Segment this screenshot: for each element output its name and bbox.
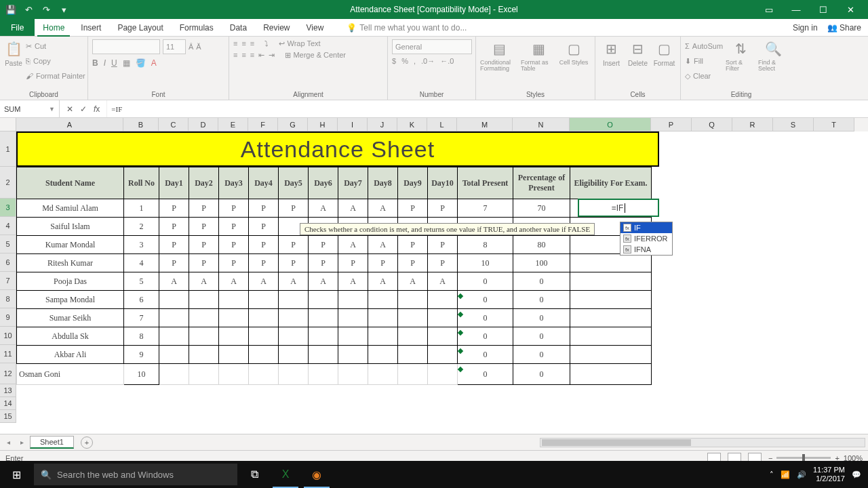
col-header-m[interactable]: M [457, 118, 513, 131]
tab-nav-next-icon[interactable]: ▸ [16, 439, 27, 446]
cell[interactable]: 2 [124, 218, 159, 236]
cell[interactable] [249, 291, 279, 309]
tab-review[interactable]: Review [255, 19, 298, 36]
tab-data[interactable]: Data [222, 19, 255, 36]
tab-insert[interactable]: Insert [73, 19, 109, 36]
cell[interactable]: 7 [124, 309, 159, 327]
autosum-button[interactable]: Σ AutoSum [685, 39, 723, 53]
cell[interactable]: P [189, 199, 219, 218]
cell[interactable]: Sumar Seikh [17, 309, 124, 327]
cell[interactable]: A [368, 199, 398, 218]
cell[interactable] [570, 327, 652, 346]
cell[interactable] [279, 309, 309, 327]
col-header-k[interactable]: K [397, 118, 427, 131]
autocomplete-item[interactable]: fxIFNA [620, 244, 672, 255]
row-header-8[interactable]: 8 [0, 290, 16, 308]
align-bot-icon[interactable]: ≡ [250, 39, 254, 48]
col-header-n[interactable]: N [513, 118, 570, 131]
cell[interactable] [219, 291, 249, 309]
cell[interactable]: 8 [124, 327, 159, 346]
cell[interactable]: 0 [513, 309, 570, 327]
cell[interactable] [428, 327, 458, 346]
tray-chevron-icon[interactable]: ˄ [770, 470, 774, 479]
inc-decimal-icon[interactable]: .0→ [421, 57, 435, 65]
cell[interactable] [189, 346, 219, 364]
minimize-icon[interactable]: ― [783, 0, 810, 19]
fill-color-button[interactable]: 🪣 [136, 58, 146, 68]
start-button[interactable]: ⊞ [0, 461, 33, 488]
taskbar-app-icon[interactable]: ◉ [301, 461, 332, 488]
cell[interactable] [368, 364, 398, 385]
cell[interactable]: P [279, 199, 309, 218]
cell[interactable]: P [189, 254, 219, 272]
cell[interactable] [368, 346, 398, 364]
number-format-select[interactable]: General [392, 39, 472, 54]
cell[interactable]: P [428, 236, 458, 254]
cell[interactable]: A [398, 272, 428, 291]
cut-button[interactable]: ✂ Cut [26, 39, 85, 53]
task-view-icon[interactable]: ⧉ [239, 461, 270, 488]
cell[interactable] [219, 309, 249, 327]
delete-cells-button[interactable]: ⊟Delete [626, 39, 650, 67]
cell[interactable]: P [309, 254, 338, 272]
cell[interactable] [279, 346, 309, 364]
cell[interactable]: P [398, 199, 428, 218]
cell[interactable]: 5 [124, 272, 159, 291]
sign-in-link[interactable]: Sign in [793, 23, 818, 33]
cell[interactable] [428, 346, 458, 364]
cell[interactable]: P [279, 236, 309, 254]
row-header-9[interactable]: 9 [0, 308, 16, 327]
wrap-text-button[interactable]: ↩ Wrap Text [279, 39, 320, 48]
tab-file[interactable]: File [0, 19, 35, 36]
row-header-4[interactable]: 4 [0, 217, 16, 235]
cell[interactable]: 9 [124, 346, 159, 364]
active-cell[interactable]: =IF [578, 199, 659, 217]
cell[interactable]: Saiful Islam [17, 218, 124, 236]
cell[interactable]: 4 [124, 254, 159, 272]
cell[interactable] [398, 364, 428, 385]
row-header-5[interactable]: 5 [0, 235, 16, 253]
taskbar-search[interactable]: 🔍 Search the web and Windows [34, 464, 237, 485]
formula-autocomplete[interactable]: fxIF fxIFERROR fxIFNA [620, 222, 673, 256]
indent-inc-icon[interactable]: ⇥ [269, 51, 275, 60]
comma-icon[interactable]: , [414, 57, 416, 65]
col-header-g[interactable]: G [278, 118, 308, 131]
insert-cells-button[interactable]: ⊞Insert [599, 39, 623, 67]
cell[interactable] [570, 291, 652, 309]
cell[interactable] [279, 364, 309, 385]
cell[interactable] [159, 364, 189, 385]
percent-icon[interactable]: % [401, 57, 408, 65]
col-header-b[interactable]: B [123, 118, 159, 131]
cell[interactable] [398, 309, 428, 327]
underline-button[interactable]: U [111, 58, 117, 68]
cell[interactable]: 6 [124, 291, 159, 309]
align-mid-icon[interactable]: ≡ [241, 39, 245, 48]
col-header-c[interactable]: C [159, 118, 189, 131]
cell[interactable]: A [338, 199, 368, 218]
conditional-formatting-button[interactable]: ▤Conditional Formatting [480, 39, 518, 72]
cell[interactable]: 10 [124, 364, 159, 385]
cell[interactable]: Kumar Mondal [17, 236, 124, 254]
cell[interactable]: P [249, 218, 279, 236]
col-header-a[interactable]: A [16, 118, 123, 131]
col-header-j[interactable]: J [368, 118, 397, 131]
cell[interactable] [159, 346, 189, 364]
cell[interactable]: A [428, 272, 458, 291]
cell[interactable]: A [189, 272, 219, 291]
cell[interactable] [249, 309, 279, 327]
tab-home[interactable]: Home [35, 19, 73, 36]
autocomplete-item[interactable]: fxIF [620, 222, 672, 233]
find-select-button[interactable]: 🔍Find & Select [758, 39, 788, 72]
cell[interactable]: A [338, 236, 368, 254]
cell[interactable] [249, 346, 279, 364]
cell[interactable]: 1 [124, 199, 159, 218]
cell[interactable] [428, 291, 458, 309]
cell[interactable]: A [249, 272, 279, 291]
cell[interactable]: P [309, 236, 338, 254]
tray-volume-icon[interactable]: 🔊 [797, 470, 806, 479]
cell[interactable]: 10 [458, 254, 513, 272]
cell[interactable]: 100 [513, 254, 570, 272]
align-left-icon[interactable]: ≡ [233, 51, 237, 60]
cell[interactable] [570, 364, 652, 385]
cell[interactable] [309, 364, 338, 385]
